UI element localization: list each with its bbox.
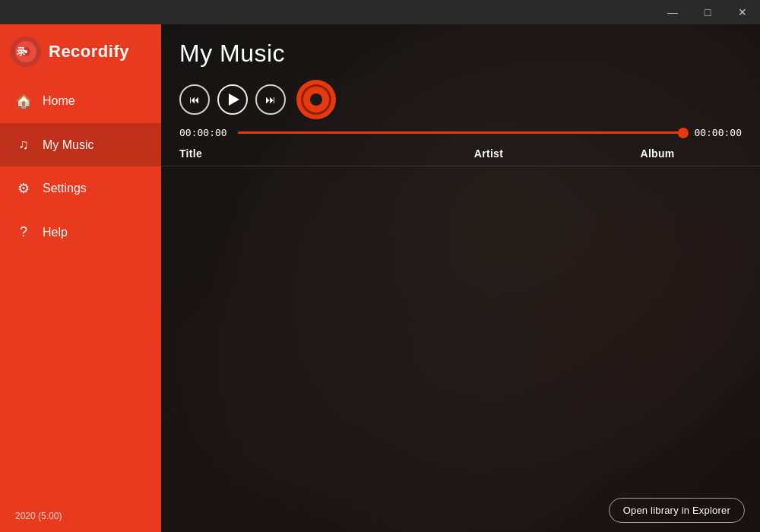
- disc-center: [310, 93, 322, 106]
- table-header: Title Artist Album: [161, 141, 760, 166]
- progress-fill: [238, 131, 684, 134]
- sidebar-label-help: Help: [43, 226, 68, 239]
- logo-icon: 录: [11, 36, 41, 67]
- app-container: 录 Recordify 🏠 Home ♫ My Music ⚙ Settings…: [0, 24, 760, 532]
- table-body: [161, 166, 760, 489]
- open-explorer-button[interactable]: Open library in Explorer: [609, 498, 745, 523]
- sidebar-logo: 录 Recordify: [0, 24, 161, 79]
- minimize-button[interactable]: —: [655, 0, 690, 24]
- content-overlay: My Music 00:00:00: [161, 24, 760, 532]
- svg-text:录: 录: [17, 46, 27, 57]
- settings-icon: ⚙: [15, 180, 32, 197]
- bottom-bar: Open library in Explorer: [161, 489, 760, 532]
- sidebar-item-help[interactable]: ? Help: [0, 211, 161, 254]
- sidebar-item-home[interactable]: 🏠 Home: [0, 79, 161, 123]
- play-icon: [229, 93, 239, 106]
- play-button[interactable]: [217, 84, 248, 115]
- main-content: My Music 00:00:00: [161, 24, 760, 532]
- progress-track[interactable]: [238, 131, 684, 134]
- prev-icon: [189, 93, 200, 106]
- home-icon: 🏠: [15, 93, 32, 109]
- page-title: My Music: [179, 40, 742, 68]
- sidebar: 录 Recordify 🏠 Home ♫ My Music ⚙ Settings…: [0, 24, 161, 532]
- help-icon: ?: [15, 224, 32, 240]
- music-icon: ♫: [15, 137, 32, 153]
- time-start: 00:00:00: [179, 127, 227, 138]
- next-button[interactable]: [255, 84, 286, 115]
- prev-button[interactable]: [179, 84, 210, 115]
- maximize-button[interactable]: □: [690, 0, 725, 24]
- sidebar-label-my-music: My Music: [43, 138, 94, 152]
- col-title-header: Title: [179, 147, 404, 160]
- player-controls: [161, 75, 760, 124]
- close-button[interactable]: ✕: [725, 0, 760, 24]
- sidebar-label-home: Home: [43, 94, 75, 108]
- version-text: 2020 (5.00): [15, 511, 62, 521]
- progress-thumb: [678, 128, 689, 138]
- col-album-header: Album: [573, 147, 742, 160]
- logo-text: Recordify: [49, 42, 129, 62]
- content-header: My Music: [161, 24, 760, 75]
- disc-button[interactable]: [296, 80, 336, 119]
- sidebar-item-settings[interactable]: ⚙ Settings: [0, 166, 161, 211]
- time-end: 00:00:00: [694, 127, 742, 138]
- sidebar-item-my-music[interactable]: ♫ My Music: [0, 123, 161, 166]
- sidebar-nav: 🏠 Home ♫ My Music ⚙ Settings ? Help: [0, 79, 161, 500]
- title-bar: — □ ✕: [0, 0, 760, 24]
- sidebar-footer: 2020 (5.00): [0, 500, 161, 532]
- progress-section: 00:00:00 00:00:00: [161, 124, 760, 141]
- col-artist-header: Artist: [404, 147, 573, 160]
- window-controls: — □ ✕: [655, 0, 760, 24]
- next-icon: [265, 93, 276, 106]
- sidebar-label-settings: Settings: [43, 182, 87, 195]
